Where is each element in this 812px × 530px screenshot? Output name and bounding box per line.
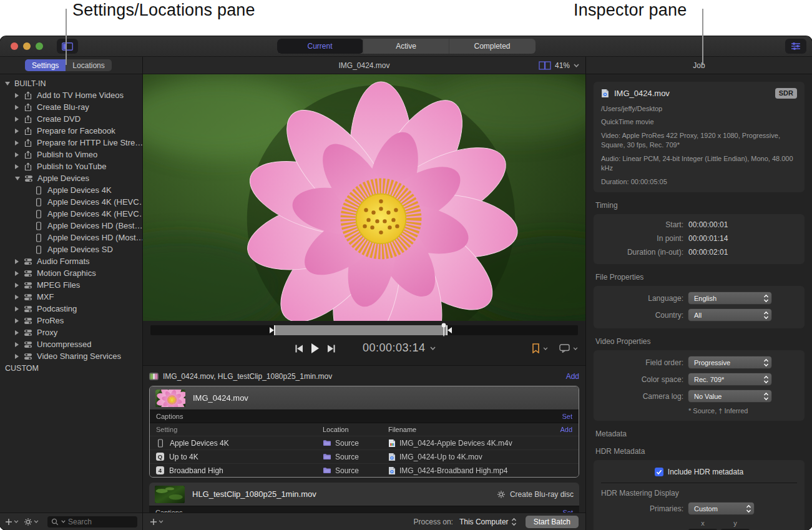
sidebar-item-apple-devices-sd[interactable]: Apple Devices SD	[0, 243, 142, 255]
camera-log-select[interactable]: No Value	[688, 390, 771, 402]
disclosure-right-icon[interactable]	[15, 354, 19, 359]
disclosure-right-icon[interactable]	[15, 342, 19, 347]
disclosure-right-icon[interactable]	[15, 129, 19, 134]
in-out-range[interactable]	[275, 325, 448, 335]
chevron-down-icon[interactable]	[574, 64, 579, 67]
tab-active[interactable]: Active	[363, 39, 449, 54]
output-row-3[interactable]: 4Broadband High Source IMG_0424-Broadban…	[150, 463, 579, 477]
zoom-level[interactable]: 41%	[555, 61, 570, 70]
group-custom[interactable]: CUSTOM	[0, 362, 142, 374]
chevron-down-icon[interactable]	[430, 346, 436, 350]
disclosure-down-icon[interactable]	[5, 82, 10, 86]
column-setting: Setting	[156, 426, 323, 433]
disclosure-right-icon[interactable]	[15, 307, 19, 312]
add-job-link[interactable]: Add	[566, 372, 579, 381]
sidebar-item-podcasting[interactable]: Podcasting	[0, 303, 142, 315]
sidebar-item-mxf[interactable]: MXF	[0, 291, 142, 303]
output-row-1[interactable]: Apple Devices 4K Source IMG_0424-Apple D…	[150, 436, 579, 449]
sidebar-item-create-blu-ray[interactable]: Create Blu-ray	[0, 101, 142, 113]
disclosure-right-icon[interactable]	[15, 105, 19, 110]
sidebar-item-apple-devices-hd-most[interactable]: Apple Devices HD (Most…	[0, 232, 142, 243]
sidebar-item-prepare-for-facebook[interactable]: Prepare for Facebook	[0, 125, 142, 137]
primaries-select[interactable]: Custom	[688, 503, 754, 514]
skip-to-end-button[interactable]	[326, 345, 336, 353]
action-menu-button[interactable]	[24, 518, 39, 526]
tab-settings[interactable]: Settings	[25, 59, 66, 71]
job-1-selected[interactable]: IMG_0424.mov Captions Set Setting Locati…	[149, 386, 579, 478]
in-point-marker[interactable]	[269, 325, 275, 335]
sidebar-item-publish-to-vimeo[interactable]: Publish to Vimeo	[0, 149, 142, 160]
sidebar-item-apple-devices-4k[interactable]: Apple Devices 4K	[0, 184, 142, 196]
close-window-button[interactable]	[11, 42, 18, 50]
sidebar-item-publish-to-youtube[interactable]: Publish to YouTube	[0, 160, 142, 172]
add-output-link[interactable]: Add	[560, 426, 572, 433]
sidebar-item-create-dvd[interactable]: Create DVD	[0, 113, 142, 125]
disclosure-right-icon[interactable]	[15, 283, 19, 288]
job-2[interactable]: HLG_testClip_1080p25_1min.mov Create Blu…	[149, 483, 579, 513]
disclosure-right-icon[interactable]	[15, 152, 19, 157]
disclosure-right-icon[interactable]	[15, 330, 19, 335]
playhead-marker[interactable]	[441, 323, 446, 336]
sidebar-item-proxy[interactable]: Proxy	[0, 326, 142, 338]
disclosure-right-icon[interactable]	[15, 93, 19, 98]
sidebar-item-apple-devices-hd-best[interactable]: Apple Devices HD (Best…	[0, 220, 142, 232]
add-to-batch-button[interactable]	[150, 518, 164, 526]
timecode-display[interactable]: 00:00:03:14	[363, 341, 426, 355]
job-2-row[interactable]: HLG_testClip_1080p25_1min.mov Create Blu…	[149, 483, 579, 506]
out-point-marker[interactable]	[446, 325, 452, 335]
marker-bookmark-button[interactable]	[532, 343, 540, 353]
disclosure-right-icon[interactable]	[15, 318, 19, 323]
field-order-select[interactable]: Progressive	[688, 356, 771, 368]
language-select[interactable]: English	[688, 292, 771, 304]
sidebar-item-add-to-tv-home-videos[interactable]: Add to TV Home Videos	[0, 89, 142, 101]
disclosure-right-icon[interactable]	[15, 117, 19, 122]
job-2-action[interactable]: Create Blu-ray disc	[497, 490, 574, 499]
toggle-settings-pane-button[interactable]	[57, 39, 78, 54]
disclosure-right-icon[interactable]	[15, 295, 19, 300]
toggle-inspector-button[interactable]	[785, 39, 806, 54]
sidebar-item-apple-devices-4k-hevc-1[interactable]: Apple Devices 4K (HEVC…	[0, 196, 142, 208]
sidebar-item-prepare-for-http-live-streaming[interactable]: Prepare for HTTP Live Stre…	[0, 137, 142, 149]
timeline-scrubber[interactable]	[150, 325, 578, 335]
tab-locations[interactable]: Locations	[66, 59, 111, 71]
skip-to-start-button[interactable]	[295, 345, 304, 353]
job-1-row[interactable]: IMG_0424.mov	[150, 386, 579, 410]
clip-icon	[149, 373, 159, 380]
sidebar-item-apple-devices[interactable]: Apple Devices	[0, 172, 142, 184]
include-hdr-checkbox[interactable]	[655, 468, 663, 476]
disclosure-down-icon[interactable]	[15, 177, 20, 180]
chevron-down-icon[interactable]	[573, 347, 578, 350]
job-2-captions-row: Captions Set	[149, 506, 579, 513]
sidebar-item-video-sharing-services[interactable]: Video Sharing Services	[0, 350, 142, 362]
video-preview[interactable]	[143, 74, 585, 321]
sidebar-item-apple-devices-4k-hevc-2[interactable]: Apple Devices 4K (HEVC…	[0, 208, 142, 220]
split-view-icon[interactable]	[539, 61, 551, 70]
captions-set-link[interactable]: Set	[562, 413, 572, 420]
play-button[interactable]	[311, 343, 320, 353]
disclosure-right-icon[interactable]	[15, 271, 19, 276]
sidebar-item-prores[interactable]: ProRes	[0, 315, 142, 326]
group-built-in[interactable]: BUILT-IN	[0, 77, 142, 89]
sidebar-item-motion-graphics[interactable]: Motion Graphics	[0, 267, 142, 279]
disclosure-right-icon[interactable]	[15, 140, 19, 145]
add-setting-button[interactable]	[5, 518, 19, 526]
sidebar-item-audio-formats[interactable]: Audio Formats	[0, 255, 142, 267]
tab-current[interactable]: Current	[277, 39, 363, 54]
sidebar-item-mpeg-files[interactable]: MPEG Files	[0, 279, 142, 291]
chevron-down-icon[interactable]	[543, 347, 548, 350]
captions-overlay-button[interactable]	[559, 344, 570, 353]
color-space-select[interactable]: Rec. 709*	[688, 373, 771, 385]
search-input[interactable]: Search	[47, 516, 137, 528]
output-row-2[interactable]: QUp to 4K Source IMG_0424-Up to 4K.mov	[150, 449, 579, 463]
callout-inspector: Inspector pane	[574, 1, 687, 20]
minimize-window-button[interactable]	[23, 42, 31, 50]
setting-group-icon	[24, 352, 32, 361]
disclosure-right-icon[interactable]	[15, 259, 19, 264]
tab-completed[interactable]: Completed	[449, 39, 536, 54]
process-on-select[interactable]: This Computer	[459, 518, 517, 526]
disclosure-right-icon[interactable]	[15, 164, 19, 169]
sidebar-item-uncompressed[interactable]: Uncompressed	[0, 338, 142, 350]
country-select[interactable]: All	[688, 309, 771, 321]
start-batch-button[interactable]: Start Batch	[526, 516, 579, 528]
zoom-window-button[interactable]	[36, 42, 43, 50]
